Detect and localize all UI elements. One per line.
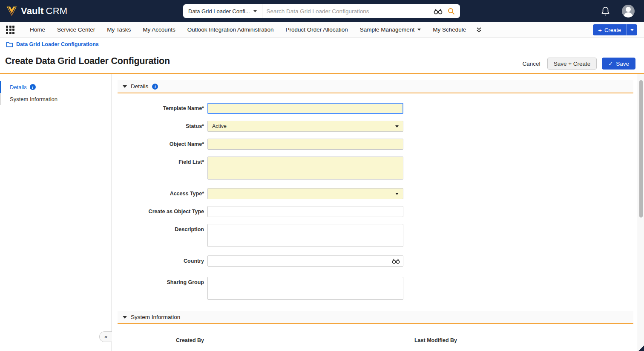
search-scope-dropdown[interactable]: Data Grid Loader Confi... [183, 4, 262, 18]
search-icon[interactable] [448, 8, 455, 15]
form-row-field-list: Field List* [118, 157, 633, 181]
save-create-button[interactable]: Save + Create [547, 58, 597, 70]
chevron-down-icon [417, 29, 421, 31]
nav-item-my-schedule[interactable]: My Schedule [427, 22, 472, 38]
nav-item-my-tasks[interactable]: My Tasks [101, 22, 137, 38]
form-row-access-type: Access Type* [118, 188, 633, 199]
nav-item-outlook-integration-administration[interactable]: Outlook Integration Administration [181, 22, 280, 38]
page-title: Create Data Grid Loader Configuration [5, 56, 170, 67]
brand-text: VaultCRM [21, 6, 67, 17]
sidebar-collapse-host: « [0, 74, 112, 351]
page-actions: Cancel Save + Create ✓ Save [523, 58, 635, 70]
create-as-object-type-input[interactable] [207, 206, 403, 217]
field-label: Object Name* [118, 141, 207, 148]
nav-item-product-order-allocation[interactable]: Product Order Allocation [279, 22, 354, 38]
info-icon[interactable]: i [152, 84, 158, 90]
check-icon: ✓ [608, 61, 613, 67]
country-input[interactable] [207, 255, 403, 267]
nav-item-home[interactable]: Home [24, 22, 51, 38]
search-scope-label: Data Grid Loader Confi... [188, 8, 250, 15]
section-collapse-caret-icon [123, 85, 127, 88]
nav-overflow-double-chevron-icon[interactable] [472, 27, 486, 33]
vertical-scrollbar-track[interactable] [638, 74, 644, 351]
description-textarea[interactable] [207, 224, 403, 247]
binoculars-icon[interactable] [392, 258, 400, 264]
window-corner-wedge [638, 345, 644, 351]
chevron-down-icon [253, 10, 257, 12]
app-launcher-icon[interactable] [6, 26, 14, 34]
cancel-button[interactable]: Cancel [523, 61, 540, 67]
binoculars-icon[interactable] [434, 8, 443, 15]
form-row-create-as-object-type: Create as Object Type [118, 206, 633, 217]
field-list-textarea[interactable] [207, 157, 403, 180]
object-name-input[interactable] [207, 139, 403, 150]
field-label: Field List* [118, 157, 207, 165]
created-by-label: Created By [118, 337, 207, 343]
field-label: Access Type* [118, 191, 207, 197]
global-search: Data Grid Loader Confi... [183, 4, 460, 18]
field-label: Status* [118, 123, 207, 130]
search-input[interactable] [262, 8, 434, 15]
status-select[interactable]: Active [207, 121, 403, 132]
create-dropdown-button[interactable] [626, 24, 637, 35]
sharing-group-textarea[interactable] [207, 277, 403, 300]
field-label: Country [118, 258, 207, 264]
section-header-details[interactable]: Details i [118, 80, 633, 93]
section-header-system-information[interactable]: System Information [118, 311, 633, 324]
section-collapse-caret-icon [123, 316, 127, 319]
form-row-template-name: Template Name* [118, 103, 633, 114]
system-information-form: Created By Last Modified By [118, 324, 633, 343]
breadcrumb: Data Grid Loader Configurations [6, 41, 99, 47]
user-avatar[interactable] [622, 5, 635, 17]
nav-item-service-center[interactable]: Service Center [51, 22, 101, 38]
field-label: Template Name* [118, 105, 207, 112]
chevron-down-icon [395, 125, 399, 128]
notifications-bell-icon[interactable] [601, 6, 610, 16]
vertical-scrollbar-thumb[interactable] [639, 80, 643, 218]
vault-v-icon [6, 6, 17, 17]
template-name-input[interactable] [207, 103, 403, 114]
collapse-sidebar-button[interactable]: « [99, 331, 112, 342]
create-button[interactable]: + Create [593, 24, 626, 35]
primary-nav: Home Service Center My Tasks My Accounts… [0, 22, 644, 38]
form-row-status: Status* Active [118, 121, 633, 132]
folder-icon [6, 41, 13, 47]
form-row-sharing-group: Sharing Group [118, 277, 633, 302]
form-panel: Details i Template Name* Status* Active … [118, 74, 633, 351]
section-title: System Information [131, 314, 180, 320]
vault-crm-logo[interactable]: VaultCRM [6, 6, 67, 17]
last-modified-by-label: Last Modified By [371, 337, 460, 343]
plus-icon: + [598, 27, 602, 33]
create-split-button: + Create [593, 24, 637, 35]
breadcrumb-link[interactable]: Data Grid Loader Configurations [16, 41, 99, 47]
field-label: Description [118, 224, 207, 233]
chevron-down-icon [630, 29, 634, 31]
form-row-description: Description [118, 224, 633, 249]
form-row-country: Country [118, 255, 633, 267]
field-label: Create as Object Type [118, 209, 207, 215]
form-row-object-name: Object Name* [118, 139, 633, 150]
field-label: Sharing Group [118, 277, 207, 286]
details-form: Template Name* Status* Active Object Nam… [118, 93, 633, 302]
nav-item-my-accounts[interactable]: My Accounts [137, 22, 181, 38]
access-type-select[interactable] [207, 188, 403, 199]
top-bar: VaultCRM Data Grid Loader Confi... [0, 0, 644, 22]
status-selected-value: Active [212, 123, 395, 129]
section-title: Details [131, 83, 148, 90]
save-button[interactable]: ✓ Save [602, 58, 635, 70]
chevron-down-icon [395, 193, 399, 195]
nav-item-sample-management[interactable]: Sample Management [354, 22, 427, 38]
